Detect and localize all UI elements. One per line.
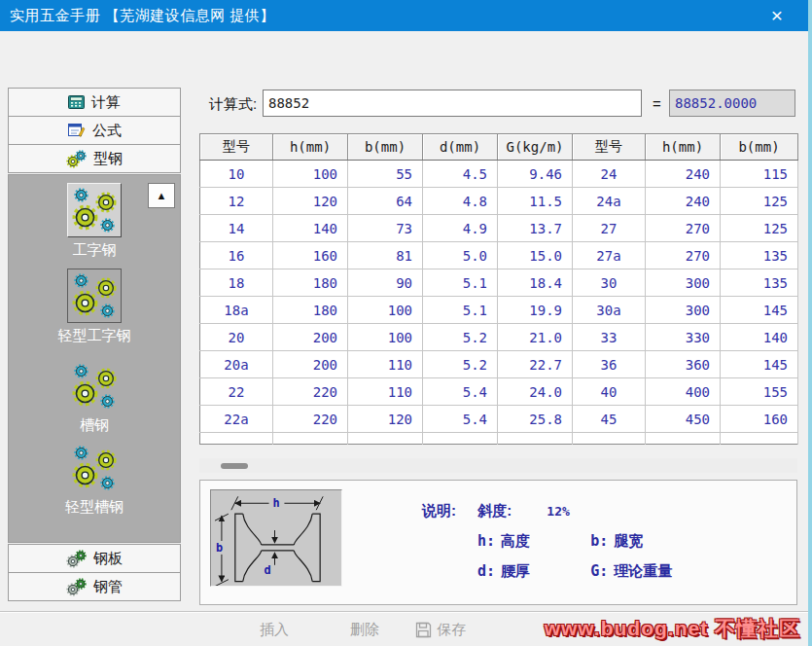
close-button[interactable]: × (756, 0, 798, 31)
table-cell[interactable]: 300 (646, 269, 721, 297)
column-header[interactable]: G(kg/m) (498, 134, 573, 161)
horizontal-scrollbar[interactable] (199, 458, 797, 473)
table-cell[interactable]: 145 (721, 297, 798, 324)
table-cell[interactable]: 18 (200, 269, 273, 297)
table-cell[interactable]: 13.7 (498, 215, 573, 242)
table-cell[interactable]: 18a (200, 297, 273, 324)
table-cell[interactable]: 125 (721, 215, 798, 242)
table-cell[interactable]: 220 (273, 406, 348, 433)
table-cell-empty[interactable] (200, 433, 273, 445)
table-cell[interactable]: 16 (200, 242, 273, 269)
table-cell[interactable]: 270 (646, 242, 721, 269)
table-cell[interactable]: 27a (573, 242, 646, 269)
table-cell[interactable]: 135 (721, 242, 798, 269)
table-cell[interactable]: 30 (573, 269, 646, 297)
table-cell[interactable]: 24 (573, 161, 646, 188)
table-cell[interactable]: 155 (721, 378, 798, 406)
table-cell[interactable]: 240 (646, 161, 721, 188)
table-cell[interactable]: 140 (721, 324, 798, 351)
table-cell[interactable]: 25.8 (498, 406, 573, 433)
table-cell[interactable]: 360 (646, 351, 721, 378)
column-header[interactable]: h(mm) (646, 134, 721, 161)
table-cell[interactable]: 14 (200, 215, 273, 242)
insert-button[interactable]: 插入 (230, 617, 318, 642)
expression-input[interactable] (263, 90, 642, 117)
table-cell[interactable]: 300 (646, 297, 721, 324)
table-cell[interactable]: 18.4 (498, 269, 573, 297)
table-cell-empty[interactable] (423, 433, 498, 445)
table-cell[interactable]: 100 (348, 324, 423, 351)
table-cell[interactable]: 12 (200, 188, 273, 215)
table-cell[interactable]: 21.0 (498, 324, 573, 351)
table-cell[interactable]: 5.4 (423, 378, 498, 406)
table-cell[interactable]: 10 (200, 161, 273, 188)
table-cell[interactable]: 140 (273, 215, 348, 242)
table-cell[interactable]: 22 (200, 378, 273, 406)
table-cell[interactable]: 160 (721, 406, 798, 433)
table-cell[interactable]: 19.9 (498, 297, 573, 324)
table-cell[interactable]: 400 (646, 378, 721, 406)
table-cell[interactable]: 15.0 (498, 242, 573, 269)
table-cell[interactable]: 9.46 (498, 161, 573, 188)
table-cell[interactable]: 5.1 (423, 297, 498, 324)
table-cell[interactable]: 120 (348, 406, 423, 433)
column-header[interactable]: 型号 (200, 134, 273, 161)
table-cell-empty[interactable] (646, 433, 721, 445)
table-cell[interactable]: 145 (721, 351, 798, 378)
table-cell[interactable]: 27 (573, 215, 646, 242)
save-button[interactable]: 保存 (387, 617, 494, 642)
table-cell[interactable]: 55 (348, 161, 423, 188)
scrollbar-thumb[interactable] (221, 463, 248, 469)
table-cell[interactable]: 20 (200, 324, 273, 351)
table-cell[interactable]: 81 (348, 242, 423, 269)
table-cell[interactable]: 5.2 (423, 324, 498, 351)
table-cell-empty[interactable] (348, 433, 423, 445)
column-header[interactable]: d(mm) (423, 134, 498, 161)
table-cell[interactable]: 22a (200, 406, 273, 433)
table-cell[interactable]: 5.4 (423, 406, 498, 433)
table-cell[interactable]: 36 (573, 351, 646, 378)
table-cell[interactable]: 5.2 (423, 351, 498, 378)
table-cell[interactable]: 64 (348, 188, 423, 215)
table-cell[interactable]: 180 (273, 269, 348, 297)
table-cell[interactable]: 5.1 (423, 269, 498, 297)
table-cell-empty[interactable] (498, 433, 573, 445)
table-cell[interactable]: 100 (273, 161, 348, 188)
table-cell[interactable]: 220 (273, 378, 348, 406)
table-cell[interactable]: 73 (348, 215, 423, 242)
table-cell[interactable]: 200 (273, 324, 348, 351)
table-cell[interactable]: 110 (348, 378, 423, 406)
table-cell[interactable]: 240 (646, 188, 721, 215)
table-cell[interactable]: 180 (273, 297, 348, 324)
sidebar-tab-calculator[interactable]: 计算 (8, 88, 181, 117)
table-cell[interactable]: 22.7 (498, 351, 573, 378)
table-cell[interactable]: 270 (646, 215, 721, 242)
table-cell-empty[interactable] (273, 433, 348, 445)
table-cell[interactable]: 4.5 (423, 161, 498, 188)
table-cell[interactable]: 120 (273, 188, 348, 215)
column-header[interactable]: b(mm) (348, 134, 423, 161)
sidebar-item-steel-pipe[interactable]: 钢管 (8, 572, 181, 601)
column-header[interactable]: b(mm) (721, 134, 798, 161)
table-cell[interactable]: 330 (646, 324, 721, 351)
table-cell[interactable]: 24a (573, 188, 646, 215)
table-cell[interactable]: 20a (200, 351, 273, 378)
sidebar-tab-section-steel[interactable]: 型钢 (8, 144, 181, 173)
table-cell[interactable]: 24.0 (498, 378, 573, 406)
table-cell[interactable]: 450 (646, 406, 721, 433)
table-cell[interactable]: 115 (721, 161, 798, 188)
table-cell[interactable]: 4.8 (423, 188, 498, 215)
table-cell[interactable]: 160 (273, 242, 348, 269)
table-cell[interactable]: 45 (573, 406, 646, 433)
table-cell[interactable]: 4.9 (423, 215, 498, 242)
sidebar-tab-formula[interactable]: 公式 (8, 116, 181, 145)
sidebar-item-steel-plate[interactable]: 钢板 (8, 544, 181, 573)
table-cell[interactable]: 200 (273, 351, 348, 378)
table-cell[interactable]: 110 (348, 351, 423, 378)
table-cell[interactable]: 40 (573, 378, 646, 406)
table-cell[interactable]: 5.0 (423, 242, 498, 269)
table-cell[interactable]: 125 (721, 188, 798, 215)
table-cell[interactable]: 100 (348, 297, 423, 324)
sidebar-item-light-i-beam[interactable]: 轻型工字钢 (9, 269, 180, 345)
sidebar-item-channel-steel[interactable]: 槽钢 (9, 360, 180, 435)
